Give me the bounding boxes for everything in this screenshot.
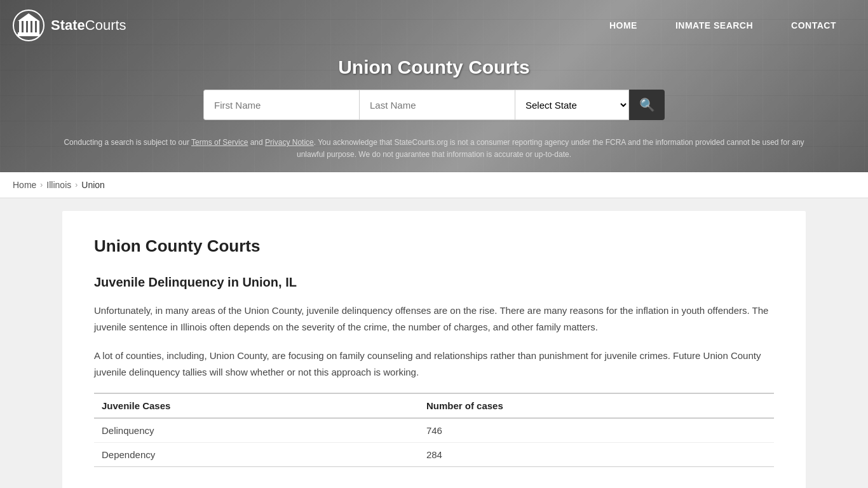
juvenile-cases-table: Juvenile Cases Number of cases Delinquen… bbox=[94, 393, 774, 467]
svg-rect-3 bbox=[28, 21, 31, 32]
main-content: Union County Courts Juvenile Delinquency… bbox=[0, 198, 868, 488]
case-value: 746 bbox=[419, 418, 774, 443]
svg-rect-5 bbox=[37, 21, 39, 32]
section-heading: Juvenile Delinquency in Union, IL bbox=[94, 275, 774, 290]
paragraph-2: A lot of counties, including, Union Coun… bbox=[94, 348, 774, 380]
main-nav: StateCourts HOME INMATE SEARCH CONTACT bbox=[0, 0, 868, 50]
breadcrumb: Home › Illinois › Union bbox=[0, 172, 868, 198]
privacy-link[interactable]: Privacy Notice bbox=[265, 138, 314, 147]
table-header-row: Juvenile Cases Number of cases bbox=[94, 393, 774, 418]
content-card: Union County Courts Juvenile Delinquency… bbox=[62, 211, 806, 488]
nav-contact[interactable]: CONTACT bbox=[772, 3, 855, 48]
breadcrumb-sep-1: › bbox=[40, 180, 43, 189]
terms-link[interactable]: Terms of Service bbox=[191, 138, 248, 147]
nav-home[interactable]: HOME bbox=[590, 3, 656, 48]
case-value: 284 bbox=[419, 443, 774, 467]
state-select[interactable]: Select State Alabama Alaska Arizona Arka… bbox=[515, 90, 629, 120]
svg-rect-8 bbox=[17, 34, 41, 36]
svg-rect-1 bbox=[19, 21, 22, 32]
svg-rect-2 bbox=[24, 21, 26, 32]
nav-inmate-search[interactable]: INMATE SEARCH bbox=[656, 3, 772, 48]
breadcrumb-county: Union bbox=[81, 180, 105, 190]
last-name-input[interactable] bbox=[359, 90, 515, 120]
disclaimer-text: Conducting a search is subject to our Te… bbox=[13, 130, 855, 172]
logo-text: StateCourts bbox=[51, 17, 126, 34]
breadcrumb-home[interactable]: Home bbox=[13, 180, 36, 190]
table-row: Delinquency 746 bbox=[94, 418, 774, 443]
paragraph-1: Unfortunately, in many areas of the Unio… bbox=[94, 302, 774, 335]
table-row: Dependency 284 bbox=[94, 443, 774, 467]
svg-rect-4 bbox=[32, 21, 35, 32]
first-name-input[interactable] bbox=[203, 90, 359, 120]
nav-links: HOME INMATE SEARCH CONTACT bbox=[590, 3, 855, 48]
case-label: Delinquency bbox=[94, 418, 419, 443]
logo-icon bbox=[13, 10, 44, 41]
header: StateCourts HOME INMATE SEARCH CONTACT U… bbox=[0, 0, 868, 172]
breadcrumb-sep-2: › bbox=[75, 180, 78, 189]
case-label: Dependency bbox=[94, 443, 419, 467]
col2-header: Number of cases bbox=[419, 393, 774, 418]
header-content: Union County Courts Select State Alabama… bbox=[0, 50, 868, 172]
header-title: Union County Courts bbox=[13, 57, 855, 78]
search-bar: Select State Alabama Alaska Arizona Arka… bbox=[180, 90, 688, 120]
page-heading: Union County Courts bbox=[94, 236, 774, 256]
logo-link[interactable]: StateCourts bbox=[13, 10, 126, 41]
svg-marker-6 bbox=[18, 13, 39, 21]
search-icon: 🔍 bbox=[639, 97, 655, 112]
col1-header: Juvenile Cases bbox=[94, 393, 419, 418]
search-button[interactable]: 🔍 bbox=[629, 90, 665, 120]
breadcrumb-state[interactable]: Illinois bbox=[46, 180, 71, 190]
svg-rect-7 bbox=[18, 32, 39, 34]
